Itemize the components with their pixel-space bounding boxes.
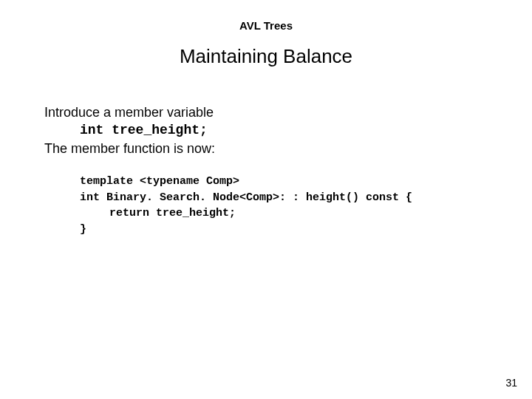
slide-title: Maintaining Balance: [0, 45, 532, 68]
slide-body: Introduce a member variable int tree_hei…: [44, 103, 488, 238]
body-line-3: The member function is now:: [44, 140, 488, 157]
code-line-3: return tree_height;: [109, 205, 488, 222]
code-line-2: int Binary. Search. Node<Comp>: : height…: [80, 190, 488, 206]
code-line-1: template <typename Comp>: [80, 174, 488, 190]
body-line-2-code: int tree_height;: [80, 121, 488, 139]
slide-supertitle: AVL Trees: [0, 19, 532, 32]
page-number: 31: [505, 377, 517, 389]
body-line-1: Introduce a member variable: [44, 103, 488, 121]
code-line-4: }: [80, 222, 488, 238]
code-block: template <typename Comp> int Binary. Sea…: [80, 174, 488, 238]
